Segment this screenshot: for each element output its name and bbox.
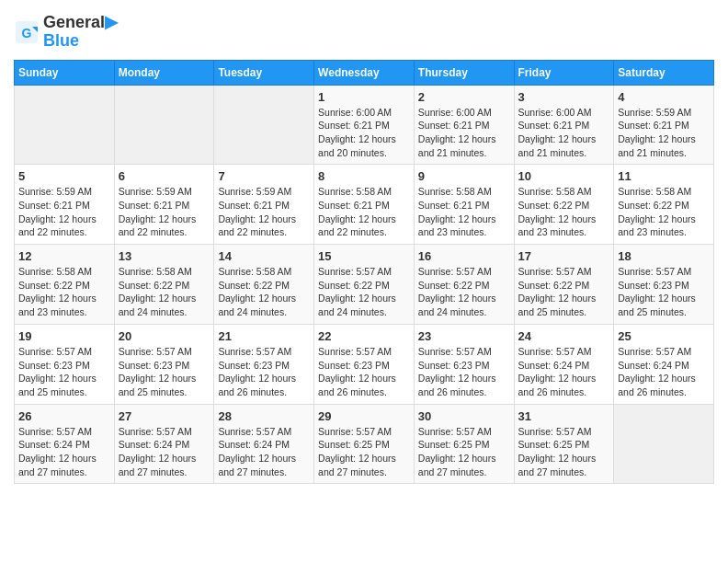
day-info: Sunrise: 5:58 AMSunset: 6:21 PMDaylight:… bbox=[318, 185, 410, 239]
day-number: 22 bbox=[318, 329, 410, 343]
day-info: Sunrise: 5:59 AMSunset: 6:21 PMDaylight:… bbox=[218, 185, 310, 239]
day-info: Sunrise: 5:57 AMSunset: 6:24 PMDaylight:… bbox=[18, 425, 110, 479]
day-info: Sunrise: 5:57 AMSunset: 6:23 PMDaylight:… bbox=[119, 345, 210, 399]
day-number: 11 bbox=[618, 169, 710, 183]
calendar-week-row: 26Sunrise: 5:57 AMSunset: 6:24 PMDayligh… bbox=[15, 404, 714, 484]
day-number: 10 bbox=[518, 169, 610, 183]
day-info: Sunrise: 5:57 AMSunset: 6:23 PMDaylight:… bbox=[218, 345, 310, 399]
day-number: 8 bbox=[318, 169, 410, 183]
day-number: 7 bbox=[218, 169, 310, 183]
day-number: 2 bbox=[418, 90, 510, 104]
logo: G General▶ Blue bbox=[14, 14, 118, 51]
day-info: Sunrise: 6:00 AMSunset: 6:21 PMDaylight:… bbox=[418, 106, 510, 160]
day-info: Sunrise: 5:59 AMSunset: 6:21 PMDaylight:… bbox=[119, 185, 210, 239]
calendar-cell: 29Sunrise: 5:57 AMSunset: 6:25 PMDayligh… bbox=[314, 404, 415, 484]
calendar-cell bbox=[15, 85, 115, 165]
calendar-cell: 13Sunrise: 5:58 AMSunset: 6:22 PMDayligh… bbox=[114, 245, 214, 325]
column-header-tuesday: Tuesday bbox=[214, 60, 314, 85]
day-number: 20 bbox=[119, 329, 210, 343]
day-number: 25 bbox=[618, 329, 710, 343]
day-number: 9 bbox=[418, 169, 510, 183]
calendar-week-row: 12Sunrise: 5:58 AMSunset: 6:22 PMDayligh… bbox=[15, 245, 714, 325]
column-header-friday: Friday bbox=[514, 60, 614, 85]
day-info: Sunrise: 5:57 AMSunset: 6:23 PMDaylight:… bbox=[418, 345, 510, 399]
calendar-cell: 28Sunrise: 5:57 AMSunset: 6:24 PMDayligh… bbox=[214, 404, 314, 484]
calendar-cell: 20Sunrise: 5:57 AMSunset: 6:23 PMDayligh… bbox=[114, 324, 214, 404]
calendar-cell: 15Sunrise: 5:57 AMSunset: 6:22 PMDayligh… bbox=[314, 245, 415, 325]
calendar-week-row: 19Sunrise: 5:57 AMSunset: 6:23 PMDayligh… bbox=[15, 324, 714, 404]
calendar-cell bbox=[114, 85, 214, 165]
column-header-thursday: Thursday bbox=[414, 60, 514, 85]
day-info: Sunrise: 6:00 AMSunset: 6:21 PMDaylight:… bbox=[518, 106, 610, 160]
logo-icon: G bbox=[14, 19, 40, 45]
calendar-week-row: 1Sunrise: 6:00 AMSunset: 6:21 PMDaylight… bbox=[15, 85, 714, 165]
calendar-cell: 3Sunrise: 6:00 AMSunset: 6:21 PMDaylight… bbox=[514, 85, 614, 165]
day-info: Sunrise: 5:57 AMSunset: 6:24 PMDaylight:… bbox=[218, 425, 310, 479]
day-number: 14 bbox=[218, 249, 310, 263]
day-number: 18 bbox=[618, 249, 710, 263]
day-info: Sunrise: 5:58 AMSunset: 6:22 PMDaylight:… bbox=[218, 265, 310, 319]
day-number: 1 bbox=[318, 90, 410, 104]
day-number: 30 bbox=[418, 409, 510, 423]
calendar-cell: 17Sunrise: 5:57 AMSunset: 6:22 PMDayligh… bbox=[514, 245, 614, 325]
day-info: Sunrise: 5:58 AMSunset: 6:21 PMDaylight:… bbox=[418, 185, 510, 239]
svg-text:G: G bbox=[22, 26, 32, 40]
day-number: 5 bbox=[18, 169, 110, 183]
column-header-monday: Monday bbox=[114, 60, 214, 85]
calendar-cell: 18Sunrise: 5:57 AMSunset: 6:23 PMDayligh… bbox=[614, 245, 714, 325]
day-info: Sunrise: 5:57 AMSunset: 6:25 PMDaylight:… bbox=[418, 425, 510, 479]
day-info: Sunrise: 5:57 AMSunset: 6:23 PMDaylight:… bbox=[318, 345, 410, 399]
calendar-cell bbox=[614, 404, 714, 484]
day-number: 3 bbox=[518, 90, 610, 104]
calendar-cell: 11Sunrise: 5:58 AMSunset: 6:22 PMDayligh… bbox=[614, 165, 714, 245]
column-header-saturday: Saturday bbox=[614, 60, 714, 85]
calendar-cell: 21Sunrise: 5:57 AMSunset: 6:23 PMDayligh… bbox=[214, 324, 314, 404]
calendar-cell: 7Sunrise: 5:59 AMSunset: 6:21 PMDaylight… bbox=[214, 165, 314, 245]
calendar-cell: 2Sunrise: 6:00 AMSunset: 6:21 PMDaylight… bbox=[414, 85, 514, 165]
day-number: 16 bbox=[418, 249, 510, 263]
calendar-cell: 14Sunrise: 5:58 AMSunset: 6:22 PMDayligh… bbox=[214, 245, 314, 325]
day-number: 13 bbox=[119, 249, 210, 263]
calendar-cell: 30Sunrise: 5:57 AMSunset: 6:25 PMDayligh… bbox=[414, 404, 514, 484]
page-header: G General▶ Blue bbox=[14, 14, 714, 51]
logo-text: General▶ Blue bbox=[43, 14, 118, 51]
day-info: Sunrise: 5:58 AMSunset: 6:22 PMDaylight:… bbox=[518, 185, 610, 239]
calendar-cell: 27Sunrise: 5:57 AMSunset: 6:24 PMDayligh… bbox=[114, 404, 214, 484]
calendar-cell: 5Sunrise: 5:59 AMSunset: 6:21 PMDaylight… bbox=[15, 165, 115, 245]
calendar-cell: 25Sunrise: 5:57 AMSunset: 6:24 PMDayligh… bbox=[614, 324, 714, 404]
calendar-cell: 1Sunrise: 6:00 AMSunset: 6:21 PMDaylight… bbox=[314, 85, 415, 165]
day-info: Sunrise: 5:58 AMSunset: 6:22 PMDaylight:… bbox=[18, 265, 110, 319]
calendar-cell: 23Sunrise: 5:57 AMSunset: 6:23 PMDayligh… bbox=[414, 324, 514, 404]
day-info: Sunrise: 6:00 AMSunset: 6:21 PMDaylight:… bbox=[318, 106, 410, 160]
day-info: Sunrise: 5:57 AMSunset: 6:23 PMDaylight:… bbox=[618, 265, 710, 319]
calendar-cell: 24Sunrise: 5:57 AMSunset: 6:24 PMDayligh… bbox=[514, 324, 614, 404]
column-header-sunday: Sunday bbox=[15, 60, 115, 85]
day-number: 4 bbox=[618, 90, 710, 104]
day-info: Sunrise: 5:57 AMSunset: 6:24 PMDaylight:… bbox=[618, 345, 710, 399]
calendar-cell: 10Sunrise: 5:58 AMSunset: 6:22 PMDayligh… bbox=[514, 165, 614, 245]
calendar-cell: 8Sunrise: 5:58 AMSunset: 6:21 PMDaylight… bbox=[314, 165, 415, 245]
calendar-cell: 6Sunrise: 5:59 AMSunset: 6:21 PMDaylight… bbox=[114, 165, 214, 245]
day-number: 28 bbox=[218, 409, 310, 423]
day-number: 27 bbox=[119, 409, 210, 423]
day-number: 21 bbox=[218, 329, 310, 343]
day-info: Sunrise: 5:59 AMSunset: 6:21 PMDaylight:… bbox=[18, 185, 110, 239]
calendar-table: SundayMondayTuesdayWednesdayThursdayFrid… bbox=[14, 60, 714, 485]
day-info: Sunrise: 5:57 AMSunset: 6:23 PMDaylight:… bbox=[18, 345, 110, 399]
day-info: Sunrise: 5:57 AMSunset: 6:22 PMDaylight:… bbox=[518, 265, 610, 319]
day-number: 17 bbox=[518, 249, 610, 263]
calendar-cell bbox=[214, 85, 314, 165]
calendar-cell: 16Sunrise: 5:57 AMSunset: 6:22 PMDayligh… bbox=[414, 245, 514, 325]
day-number: 26 bbox=[18, 409, 110, 423]
day-info: Sunrise: 5:58 AMSunset: 6:22 PMDaylight:… bbox=[618, 185, 710, 239]
day-info: Sunrise: 5:58 AMSunset: 6:22 PMDaylight:… bbox=[119, 265, 210, 319]
day-number: 29 bbox=[318, 409, 410, 423]
calendar-header-row: SundayMondayTuesdayWednesdayThursdayFrid… bbox=[15, 60, 714, 85]
day-number: 6 bbox=[119, 169, 210, 183]
day-info: Sunrise: 5:59 AMSunset: 6:21 PMDaylight:… bbox=[618, 106, 710, 160]
day-number: 19 bbox=[18, 329, 110, 343]
calendar-cell: 4Sunrise: 5:59 AMSunset: 6:21 PMDaylight… bbox=[614, 85, 714, 165]
calendar-cell: 26Sunrise: 5:57 AMSunset: 6:24 PMDayligh… bbox=[15, 404, 115, 484]
day-number: 12 bbox=[18, 249, 110, 263]
day-number: 15 bbox=[318, 249, 410, 263]
